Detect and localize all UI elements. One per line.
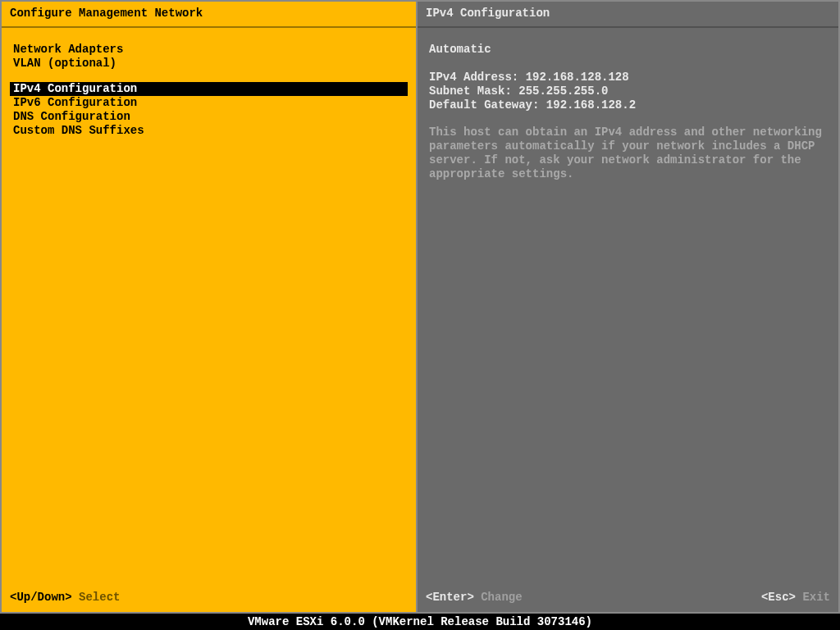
status-bar: VMware ESXi 6.0.0 (VMKernel Release Buil…: [0, 614, 840, 630]
left-panel: Configure Management Network Network Ada…: [0, 0, 418, 614]
subnet-mask-row: Subnet Mask: 255.255.255.0: [429, 84, 827, 98]
hint-action-exit: Exit: [802, 591, 830, 604]
hint-key-enter: <Enter>: [426, 591, 474, 604]
menu-item-custom-dns-suffixes[interactable]: Custom DNS Suffixes: [2, 124, 416, 138]
right-panel: IPv4 Configuration Automatic IPv4 Addres…: [418, 0, 840, 614]
help-text: This host can obtain an IPv4 address and…: [429, 126, 827, 181]
subnet-mask-label: Subnet Mask:: [429, 84, 512, 98]
hint-action-select: Select: [79, 591, 120, 604]
menu-item-ipv4-configuration[interactable]: IPv4 Configuration: [10, 82, 408, 96]
left-panel-title: Configure Management Network: [2, 2, 416, 28]
ipv4-mode: Automatic: [429, 43, 827, 57]
ipv4-address-value: 192.168.128.128: [526, 71, 629, 84]
ipv4-address-label: IPv4 Address:: [429, 71, 518, 84]
hint-key-updown: <Up/Down>: [10, 591, 72, 604]
subnet-mask-value: 255.255.255.0: [518, 84, 608, 98]
menu-item-vlan[interactable]: VLAN (optional): [2, 57, 416, 71]
hint-action-change: Change: [481, 591, 522, 604]
right-footer: <Enter> Change <Esc> Exit: [418, 591, 838, 612]
hint-key-esc: <Esc>: [761, 591, 796, 604]
default-gateway-value: 192.168.128.2: [546, 98, 636, 112]
right-panel-title: IPv4 Configuration: [418, 2, 838, 28]
default-gateway-label: Default Gateway:: [429, 98, 539, 112]
left-footer: <Up/Down> Select: [2, 591, 416, 612]
menu: Network Adapters VLAN (optional) IPv4 Co…: [2, 28, 416, 591]
default-gateway-row: Default Gateway: 192.168.128.2: [429, 98, 827, 112]
menu-item-dns-configuration[interactable]: DNS Configuration: [2, 110, 416, 124]
menu-item-network-adapters[interactable]: Network Adapters: [2, 43, 416, 57]
menu-item-ipv6-configuration[interactable]: IPv6 Configuration: [2, 96, 416, 110]
ipv4-address-row: IPv4 Address: 192.168.128.128: [429, 71, 827, 84]
